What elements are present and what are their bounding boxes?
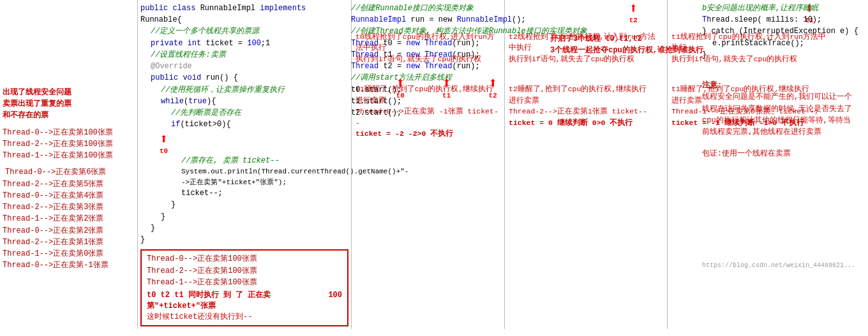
note1: 线程安全问题是不能产生的,我们可以让一个 <box>702 91 865 103</box>
kw-public2: public <box>151 73 183 82</box>
far-right-notes: b安全问题出现的概率,让程序睡眠 Thread.sleep( millis: 1… <box>702 3 865 269</box>
box-line3: Thread-1-->正在卖第100张票 <box>147 277 342 288</box>
right-code-section: //创建Runnable接口的实现类对象 RunnableImpl run = … <box>351 3 587 119</box>
box-annotation2: 这时候ticket还没有执行到-- <box>147 311 342 323</box>
method-line: public void run() { <box>140 72 348 84</box>
right-paren: (); <box>512 15 526 24</box>
right-thread-kw: Thread <box>351 39 378 48</box>
box-line1: Thread-0-->正在卖第100张票 <box>147 253 342 265</box>
while-brace: ){ <box>207 97 216 106</box>
comment2: //设置线程任务:卖票 <box>140 49 348 61</box>
top-arrow-t2-icon: ⬆ <box>488 77 497 92</box>
kw-int: int <box>188 39 206 48</box>
page-container: 出现了线程安全问题 卖票出现了重复的票 和不存在的票 Thread-0-->正在… <box>0 0 868 329</box>
thread-line-5: Thread-2-->正在卖第5张票 <box>3 179 135 190</box>
right-new-thread0: new Thread <box>406 39 452 48</box>
interface-name: Runnable{ <box>140 15 182 24</box>
note2: 线程在访问共享数据的时候,无论是否失去了 <box>702 103 865 115</box>
thread-line-9: Thread-0-->正在卖第2张票 <box>3 225 135 237</box>
top-arrow-t1-icon: ⬆ <box>442 77 451 92</box>
field-value: 100 <box>247 39 261 48</box>
thread-line-4: Thread-0-->正在卖第6张票 <box>3 166 135 178</box>
kw-private: private <box>151 39 188 48</box>
problem-desc2: 和不存在的票 <box>3 110 135 121</box>
ticket-dec-line: ticket--; <box>140 187 348 199</box>
right-thread-kw3: Thread <box>351 62 378 71</box>
kw-implements: implements <box>260 4 306 13</box>
top-arrow-t1-lbl: t1 <box>442 92 451 99</box>
kw-void: void <box>183 73 206 82</box>
thread-line-2: Thread-1-->正在卖第100张票 <box>3 150 135 161</box>
arrow-t2-group: ⬆ t2 <box>629 3 638 24</box>
note4: 前线程卖完票,其他线程在进行卖票 <box>702 126 865 138</box>
right-comment1: //创建Runnable接口的实现类对象 <box>351 3 587 14</box>
close4: } <box>140 234 348 245</box>
method-name: run() { <box>206 73 237 82</box>
sysout-line: System.out.println(Thread.currentThread(… <box>140 166 348 187</box>
right-new-thread2: new Thread <box>406 62 452 71</box>
url-text: https://blog.csdn.net/weixin_44489621... <box>702 262 865 269</box>
problem-title: 出现了线程安全问题 <box>3 87 135 98</box>
arrow-t2-label: t2 <box>629 17 638 24</box>
field-name: ticket = <box>206 39 247 48</box>
code-column: public class RunnableImpl implements Run… <box>137 0 351 329</box>
close-catch: } <box>702 49 865 61</box>
thread-line-7: Thread-2-->正在卖第3张票 <box>3 201 135 213</box>
top-arrow-t0-icon: ⬆ <box>396 77 405 92</box>
red-highlight-box: Thread-0-->正在卖第100张票 Thread-2-->正在卖第100张… <box>140 249 348 326</box>
close2: } <box>140 211 348 223</box>
right-t2-line: Thread t2 = new Thread(run); <box>351 61 587 72</box>
arrow-t0-label: t0 <box>160 147 168 155</box>
thread-line-12: Thread-0-->正在卖第-1张票 <box>3 259 135 271</box>
note3: cpu的执行权让其他的线程只能等待,等待当 <box>702 115 865 126</box>
right-new-class: RunnableImpl <box>457 15 512 24</box>
box-annotation: t0 t2 t1 同时执行 到 了 正在卖第"+ticket+"张票 <box>147 289 326 311</box>
right-annotation2: 3个线程一起抢夺cpu的执行权,谁抢到谁执行 <box>550 45 703 55</box>
kw-public: public <box>140 4 172 13</box>
box-annotation-row: t0 t2 t1 同时执行 到 了 正在卖第"+ticket+"张票 100 <box>147 289 342 311</box>
left-sidebar: 出现了线程安全问题 卖票出现了重复的票 和不存在的票 Thread-0-->正在… <box>0 0 137 329</box>
classname: RunnableImpl <box>200 4 260 13</box>
kw-true: true <box>188 97 207 106</box>
t2-result: ticket = 0 继续判断 0>0 不执行 <box>509 117 663 128</box>
t0-result: ticket = -2 -2>0 不执行 <box>355 128 500 139</box>
top-arrow-t1: ⬆ t1 <box>442 77 451 99</box>
top-arrow-t2-lbl: t2 <box>489 92 497 99</box>
top-arrow-t0: ⬆ t0 <box>396 77 405 99</box>
if-cond: (ticket>0){ <box>180 120 230 129</box>
thread-line-6: Thread-0-->正在卖第4张票 <box>3 190 135 201</box>
thread-line-8: Thread-1-->正在卖第2张票 <box>3 213 135 224</box>
class-decl: public class RunnableImpl implements Run… <box>140 3 348 26</box>
if-line: if(ticket>0){ <box>140 119 348 130</box>
override-line: @Override <box>140 61 348 72</box>
thread-line-0: Thread-0-->正在卖第100张票 <box>3 127 135 138</box>
thread-line-1: Thread-2-->正在卖第100张票 <box>3 138 135 150</box>
field-line: private int ticket = 100;1 <box>140 38 348 49</box>
while-line: while(true){ <box>140 96 348 107</box>
sleep-code-line: Thread.sleep( millis: 10); <box>702 14 865 26</box>
kw-class: class <box>172 4 200 13</box>
arrow-t0-group: ⬆ t0 <box>160 133 348 155</box>
right-run-assign: run = new <box>406 15 456 24</box>
annotation1-text: 开启了3个线程 t0,t1,t2 <box>550 34 642 43</box>
right-thread-kw2: Thread <box>351 50 378 59</box>
close1: } <box>140 199 348 210</box>
close3: } <box>140 223 348 234</box>
comment1: //定义一个多个线程共享的票源 <box>140 26 348 37</box>
arrow-t0-icon: ⬆ <box>160 133 168 147</box>
comment3: //使用死循环，让卖票操作重复执行 <box>140 84 348 96</box>
top-arrows-row: ⬆ t0 ⬆ t1 ⬆ t2 <box>396 77 497 99</box>
thread-line-10: Thread-2-->正在卖第1张票 <box>3 237 135 248</box>
right-start2: t2.start(); <box>351 107 587 119</box>
comment4: //先判断票是否存在 <box>140 107 348 119</box>
catch-line: } catch (InterruptedException e) { <box>702 26 865 37</box>
right-new-thread1: new Thread <box>406 50 452 59</box>
thread-line-11: Thread-1-->正在卖第0张票 <box>3 248 135 259</box>
right-line1: RunnableImpl run = new RunnableImpl(); <box>351 14 587 26</box>
top-arrow-t2: ⬆ t2 <box>488 77 497 99</box>
top-arrow-t0-lbl: t0 <box>396 92 405 99</box>
stacktrace-line: e.printStackTrace(); <box>702 38 865 49</box>
problem-desc1: 卖票出现了重复的票 <box>3 98 135 110</box>
kw-while: while <box>161 97 184 106</box>
guarantee-text: 包证:使用一个线程在卖票 <box>702 148 865 159</box>
